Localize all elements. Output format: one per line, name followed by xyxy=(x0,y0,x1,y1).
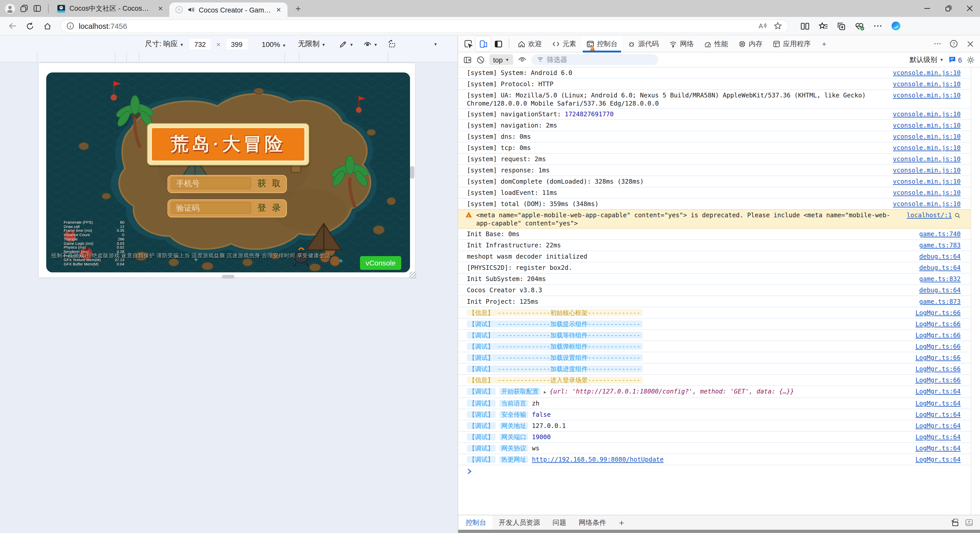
drawer-rotate-device-icon[interactable] xyxy=(950,518,959,527)
source-link[interactable]: LogMgr.ts:64 xyxy=(915,410,961,419)
source-link[interactable]: LogMgr.ts:64 xyxy=(915,433,961,441)
back-button[interactable] xyxy=(5,18,20,33)
address-bar[interactable]: localhost:7456 A xyxy=(60,19,789,33)
source-link[interactable]: localhost/:1 xyxy=(907,211,952,219)
new-tab-button[interactable]: ＋ xyxy=(288,3,309,14)
favorites-bar-icon[interactable] xyxy=(818,21,828,31)
source-link[interactable]: vconsole.min.js:10 xyxy=(893,68,961,77)
console-filter-input[interactable]: 筛选器 xyxy=(531,54,658,65)
source-link[interactable]: vconsole.min.js:10 xyxy=(893,144,961,152)
console-settings-gear-icon[interactable] xyxy=(966,56,975,64)
source-link[interactable]: LogMgr.ts:66 xyxy=(915,342,961,351)
devtools-help-icon[interactable]: ? xyxy=(946,36,961,51)
devtools-tab-app[interactable]: 应用程序 xyxy=(767,35,816,52)
dock-side-icon[interactable] xyxy=(491,36,506,51)
viewport-resize-handle-corner[interactable] xyxy=(409,272,417,279)
source-link[interactable]: LogMgr.ts:66 xyxy=(915,376,961,384)
game-canvas[interactable]: 荒岛·大冒险 手机号 获 取 验证码 登 录 Framerate (FPS)60… xyxy=(46,73,410,272)
source-link[interactable]: game.ts:873 xyxy=(919,297,961,306)
favorite-star-icon[interactable] xyxy=(773,21,783,30)
console-message-list[interactable]: [system] System: Android 6.0vconsole.min… xyxy=(458,68,971,515)
devtools-more-icon[interactable] xyxy=(930,36,945,51)
source-link[interactable]: vconsole.min.js:10 xyxy=(893,80,961,88)
device-height-input[interactable]: 399 xyxy=(226,39,247,49)
browser-essentials-icon[interactable] xyxy=(854,21,865,31)
tab-close-icon[interactable]: ✕ xyxy=(157,5,164,12)
devtools-close-icon[interactable] xyxy=(963,36,977,51)
window-close-button[interactable] xyxy=(959,0,980,17)
source-link[interactable]: LogMgr.ts:66 xyxy=(915,365,961,373)
drawer-expand-icon[interactable] xyxy=(964,518,974,527)
collections-icon[interactable] xyxy=(836,21,846,31)
inspect-element-icon[interactable] xyxy=(461,36,476,51)
source-link[interactable]: vconsole.min.js:10 xyxy=(893,121,961,129)
source-link[interactable]: vconsole.min.js:10 xyxy=(893,155,961,163)
source-link[interactable]: vconsole.min.js:10 xyxy=(893,132,961,141)
vertical-tabs-icon[interactable] xyxy=(32,4,42,13)
devtools-tab-chip[interactable]: 内存 xyxy=(733,35,767,52)
source-link[interactable]: debug.ts:64 xyxy=(919,286,961,294)
source-link[interactable]: LogMgr.ts:66 xyxy=(915,309,961,317)
site-info-icon[interactable] xyxy=(66,22,75,30)
device-zoom-select[interactable]: 100% ▼ xyxy=(262,40,286,48)
settings-more-icon[interactable] xyxy=(873,21,883,30)
source-link[interactable]: vconsole.min.js:10 xyxy=(893,200,961,208)
login-button[interactable]: 登 录 xyxy=(258,200,282,216)
device-width-input[interactable]: 732 xyxy=(189,39,210,49)
media-query-eye-icon[interactable]: ▼ xyxy=(363,40,378,48)
code-input[interactable]: 验证码 xyxy=(171,202,251,214)
window-restore-button[interactable] xyxy=(937,0,959,17)
source-link[interactable]: LogMgr.ts:64 xyxy=(915,455,961,464)
console-context-select[interactable]: top▼ xyxy=(489,54,513,65)
clear-console-icon[interactable] xyxy=(476,56,485,64)
source-link[interactable]: game.ts:832 xyxy=(919,275,961,283)
device-dimensions-select[interactable]: 尺寸: 响应 ▼ xyxy=(145,39,184,49)
source-link[interactable]: debug.ts:64 xyxy=(919,252,961,261)
prompt-chevron-icon[interactable] xyxy=(467,468,473,475)
home-button[interactable] xyxy=(40,18,55,33)
devtools-tab-code[interactable]: 元素 xyxy=(547,35,581,52)
source-link[interactable]: LogMgr.ts:64 xyxy=(915,399,961,407)
profile-avatar[interactable] xyxy=(4,3,16,14)
drawer-tab-4[interactable]: 网络条件 xyxy=(573,515,612,530)
phone-input[interactable]: 手机号 xyxy=(171,178,251,189)
devtools-tab-wifi[interactable]: 网络 xyxy=(663,35,698,52)
refresh-button[interactable] xyxy=(22,18,38,33)
browser-tab-community[interactable]: Cocos中文社区 - Cocos中文社区 ✕ xyxy=(51,0,169,17)
window-minimize-button[interactable] xyxy=(916,0,937,17)
vconsole-button[interactable]: vConsole xyxy=(360,256,401,270)
source-link[interactable]: LogMgr.ts:66 xyxy=(915,320,961,328)
source-link[interactable]: LogMgr.ts:64 xyxy=(915,422,961,430)
source-link[interactable]: LogMgr.ts:66 xyxy=(915,331,961,339)
source-link[interactable]: game.ts:783 xyxy=(919,241,961,249)
device-throttling-select[interactable]: 无限制 ▼ xyxy=(298,39,326,49)
rotate-device-icon[interactable] xyxy=(387,39,396,49)
address-url[interactable]: localhost:7456 xyxy=(79,22,757,30)
console-sidebar-toggle-icon[interactable] xyxy=(463,56,472,64)
viewport-resize-handle-right[interactable] xyxy=(410,166,414,179)
drawer-tab-3[interactable]: 问题 xyxy=(546,515,573,530)
log-level-select[interactable]: 默认级别▼ xyxy=(910,55,943,65)
source-link[interactable]: vconsole.min.js:10 xyxy=(893,110,961,118)
devtools-tab-home[interactable]: 欢迎 xyxy=(512,35,547,52)
console-link[interactable]: http://192.168.50.99:8080/hotUpdate xyxy=(532,456,663,463)
search-icon[interactable] xyxy=(955,212,961,218)
tab-close-icon[interactable]: ✕ xyxy=(275,6,282,13)
devtools-tab-console[interactable]: 控制台 xyxy=(581,35,622,52)
source-link[interactable]: LogMgr.ts:64 xyxy=(915,387,961,395)
more-tabs-button[interactable]: ＋ xyxy=(816,35,832,52)
source-link[interactable]: debug.ts:64 xyxy=(919,264,961,272)
source-link[interactable]: vconsole.min.js:10 xyxy=(893,91,961,100)
devtools-tab-gauge[interactable]: 性能 xyxy=(699,35,733,52)
source-link[interactable]: vconsole.min.js:10 xyxy=(893,189,961,197)
source-link[interactable]: LogMgr.ts:64 xyxy=(915,444,961,452)
tab-actions-icon[interactable] xyxy=(19,4,29,13)
source-link[interactable]: vconsole.min.js:10 xyxy=(893,178,961,186)
issues-counter[interactable]: 6 xyxy=(948,56,962,64)
device-emulation-icon[interactable] xyxy=(476,36,491,51)
read-aloud-icon[interactable]: A xyxy=(757,21,767,30)
get-code-button[interactable]: 获 取 xyxy=(258,176,282,192)
source-link[interactable]: LogMgr.ts:66 xyxy=(915,354,961,362)
viewport-resize-handle-bottom[interactable] xyxy=(222,275,234,279)
source-link[interactable]: game.ts:740 xyxy=(919,230,961,238)
